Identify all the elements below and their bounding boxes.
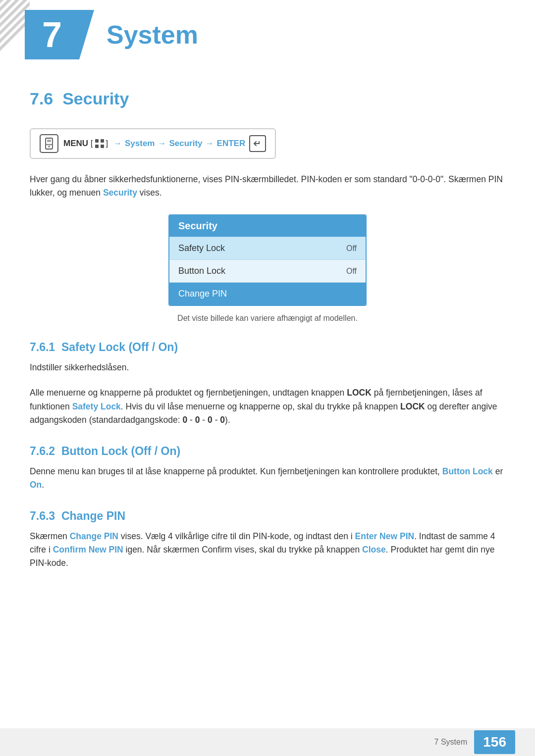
chapter-number: 7 [25, 10, 79, 59]
svg-point-3 [47, 144, 48, 146]
section-title: 7.6 Security [30, 89, 505, 113]
menu-path: MENU [ ] → System → Security → ENTER [30, 128, 276, 159]
subsection-761-para1: Indstiller sikkerhedslåsen. [30, 361, 505, 374]
subsection-title-763: 7.6.3 Change PIN [30, 509, 505, 523]
chapter-title: System [79, 10, 198, 59]
ui-menu-container: Security Safety Lock Off Button Lock Off… [30, 214, 505, 306]
footer-text: 7 System [434, 738, 468, 747]
safety-lock-label: Safety Lock [178, 243, 225, 253]
page-number: 156 [474, 730, 515, 754]
arrow-3: → [206, 139, 214, 149]
ui-menu-item-safety-lock: Safety Lock Off [169, 237, 366, 259]
subsection-761-para2: Alle menuerne og knapperne på produktet … [30, 386, 505, 426]
svg-point-5 [49, 146, 50, 148]
bracket-close: ] [106, 139, 110, 149]
subsection-762-para1: Denne menu kan bruges til at låse knappe… [30, 465, 505, 492]
intro-text: Hver gang du åbner sikkerhedsfunktionern… [30, 173, 505, 200]
page-footer: 7 System 156 [0, 728, 535, 756]
button-lock-value: Off [346, 267, 357, 276]
ui-menu-item-change-pin: Change PIN [169, 282, 366, 305]
arrow-1: → [113, 139, 122, 149]
path-enter: ENTER [217, 139, 246, 149]
menu-label: MENU [63, 139, 88, 149]
subsection-title-762: 7.6.2 Button Lock (Off / On) [30, 445, 505, 458]
svg-rect-8 [95, 145, 99, 148]
subsection-title-761: 7.6.1 Safety Lock (Off / On) [30, 341, 505, 354]
safety-lock-value: Off [346, 244, 357, 253]
bracket-open: [ [88, 139, 93, 149]
svg-rect-1 [47, 140, 51, 142]
path-security: Security [169, 139, 202, 149]
content-area: 7.6 Security MENU [ ] → System → [0, 89, 535, 621]
change-pin-label: Change PIN [178, 289, 227, 299]
enter-icon [249, 135, 266, 152]
svg-rect-6 [95, 139, 99, 143]
menu-icon [40, 134, 58, 153]
svg-rect-9 [101, 145, 104, 148]
path-system: System [125, 139, 155, 149]
chapter-header: 7 System [0, 0, 535, 79]
button-lock-label: Button Lock [178, 266, 225, 276]
subsection-763-para1: Skærmen Change PIN vises. Vælg 4 vilkårl… [30, 530, 505, 570]
svg-rect-7 [101, 139, 104, 143]
ui-menu-header: Security [169, 215, 366, 237]
caption-text: Det viste billede kan variere afhængigt … [30, 314, 505, 323]
ui-menu-item-button-lock: Button Lock Off [169, 259, 366, 282]
svg-point-2 [49, 144, 50, 146]
svg-point-4 [51, 144, 52, 146]
ui-menu: Security Safety Lock Off Button Lock Off… [168, 214, 367, 306]
arrow-2: → [158, 139, 166, 149]
